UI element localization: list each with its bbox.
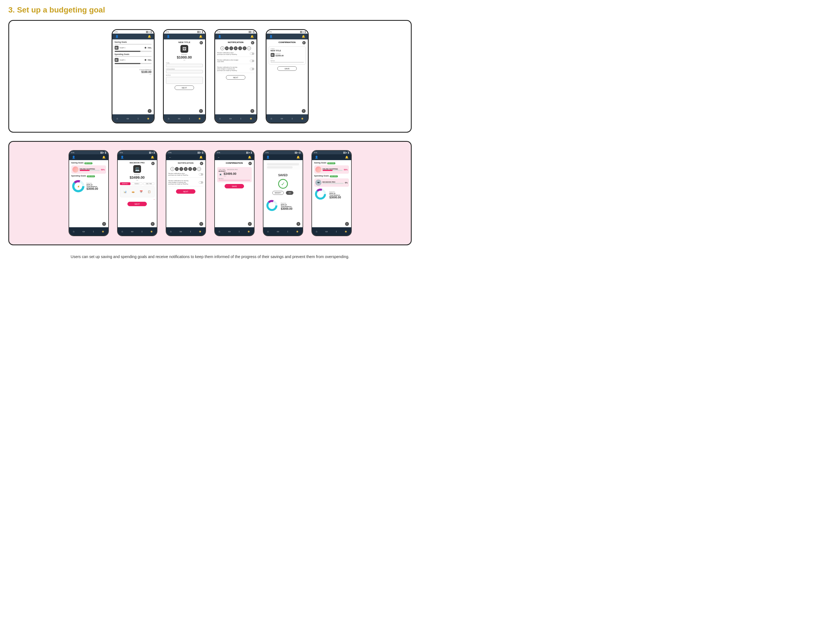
pb-p3-close-btn[interactable]: ✕ — [200, 162, 203, 165]
pb-p6-goal2-avatar: 💻 — [315, 180, 321, 186]
wb-p3-day-T1[interactable]: T — [229, 46, 233, 50]
wb-p2-notes-input[interactable] — [166, 77, 203, 84]
wb-p3-day-M[interactable]: M — [225, 46, 229, 50]
pb-p2-expense-icon[interactable]: ↕ — [141, 230, 143, 233]
wb-p2-next-btn[interactable]: NEXT — [175, 85, 194, 90]
pb-p3-day-F[interactable]: F — [193, 167, 197, 171]
pb-p3-next-btn[interactable]: NEXT — [176, 189, 196, 194]
pb-p3-budget-icon[interactable]: ◉ — [199, 230, 201, 233]
pb-p3-day-T2[interactable]: T — [188, 167, 192, 171]
pb-p4-close-btn[interactable]: ✕ — [248, 162, 252, 165]
pb-p5-ok-btn[interactable]: OK — [286, 191, 294, 195]
pb-p3-content: NOTIFICATION ✕ S M T W T F S Receive not… — [166, 160, 205, 227]
pb-p5-budget-icon[interactable]: ◉ — [296, 230, 298, 233]
wb-p1-content: Saving Goals 🖼 Goal# 1 70% Spending Goal… — [112, 39, 154, 114]
wb-p4-card-icon[interactable]: ▭ — [281, 117, 283, 120]
pb-p2-budget-icon[interactable]: ◉ — [150, 230, 153, 233]
pb-p6-user-icon: 👤 — [315, 156, 318, 159]
pb-p4-home-icon[interactable]: ⌂ — [219, 230, 220, 233]
pb-p3-day-M[interactable]: M — [175, 167, 179, 171]
wb-p3-day-T2[interactable]: T — [238, 46, 242, 50]
pb-p3-toggle2[interactable] — [199, 181, 203, 184]
pb-p2-close-btn[interactable]: ✕ — [151, 162, 155, 165]
wb-p2-card-icon[interactable]: ▭ — [178, 117, 180, 120]
wb-p3-day-F[interactable]: F — [243, 46, 246, 50]
wb-p1-budget-icon[interactable]: ◉ — [147, 117, 149, 120]
wb-p1-card-icon[interactable]: ▭ — [126, 117, 129, 120]
wb-p3-day-S1[interactable]: S — [220, 46, 224, 50]
pb-p3-day-S1[interactable]: S — [171, 167, 174, 171]
pb-p6-help-btn[interactable]: ? — [345, 222, 349, 226]
wb-p4-time: 9:41 — [269, 31, 272, 33]
wb-p2-close-btn[interactable]: ✕ — [200, 41, 203, 44]
pb-p3-card-icon[interactable]: ▭ — [180, 230, 182, 233]
wb-p1-expense-icon[interactable]: ↕ — [137, 117, 139, 120]
pb-p1-card-icon[interactable]: ▭ — [82, 230, 85, 233]
wb-p3-day-S2[interactable]: S — [247, 46, 251, 50]
pb-p2-monthly-btn[interactable]: MONTHLY — [120, 182, 131, 185]
wb-p4-expense-icon[interactable]: ↕ — [292, 117, 293, 120]
wb-p4-close-btn[interactable]: ✕ — [302, 41, 306, 44]
pb-p6-card-icon[interactable]: ▭ — [325, 230, 328, 233]
pb-p2-card-icon[interactable]: ▭ — [131, 230, 134, 233]
pb-p5-modify-btn[interactable]: MODIFY — [272, 191, 284, 195]
wb-p4-budget-icon[interactable]: ◉ — [301, 117, 303, 120]
pb-p6-expense-icon[interactable]: ↕ — [336, 230, 337, 233]
pb-p1-help-btn[interactable]: ? — [102, 222, 106, 226]
pb-p3-back-icon[interactable]: ← — [169, 156, 172, 159]
pb-p4-budget-row: 💻 $3499.00 CAD — [219, 172, 250, 177]
wb-p3-next-btn[interactable]: NEXT — [226, 75, 245, 80]
wb-p3-help-btn[interactable]: ? — [250, 109, 254, 113]
pb-p3-expense-icon[interactable]: ↕ — [190, 230, 191, 233]
pb-p5-help-btn[interactable]: ? — [297, 222, 300, 226]
pb-p6-saving-badge: ADD GOAL — [327, 163, 335, 164]
wb-p3-card-icon[interactable]: ▭ — [229, 117, 232, 120]
pb-p2-next-btn[interactable]: NEXT — [128, 202, 147, 206]
pb-p2-help-btn[interactable]: ? — [151, 222, 155, 226]
pb-p3-help-btn[interactable]: ? — [199, 222, 203, 226]
wb-p3-expense-icon[interactable]: ↕ — [240, 117, 242, 120]
wb-p2-home-icon[interactable]: ⌂ — [168, 117, 169, 120]
wb-p2-help-btn[interactable]: ? — [199, 109, 203, 113]
pb-p3-day-T1[interactable]: T — [179, 167, 183, 171]
wb-p4-budget-icon: 🖼 — [271, 53, 275, 57]
pb-p4-card-icon[interactable]: ▭ — [228, 230, 231, 233]
wb-p1-home-icon[interactable]: ⌂ — [117, 117, 118, 120]
pb-p1-home-icon[interactable]: ⌂ — [73, 230, 74, 233]
wb-p2-type-input[interactable] — [166, 64, 203, 67]
pb-p4-help-btn[interactable]: ? — [248, 222, 252, 226]
pb-p4-expense-icon[interactable]: ↕ — [238, 230, 240, 233]
pb-p2-yearly-btn[interactable]: YEARLY — [131, 182, 142, 185]
pb-p5-expense-icon[interactable]: ↕ — [287, 230, 289, 233]
wb-p2-category-input[interactable] — [166, 70, 203, 73]
pb-p6-budget-icon[interactable]: ◉ — [345, 230, 347, 233]
wb-p3-day-W[interactable]: W — [234, 46, 238, 50]
pb-p5-card-icon[interactable]: ▭ — [277, 230, 279, 233]
wb-p3-toggle3[interactable] — [250, 68, 254, 70]
pb-p3-day-W[interactable]: W — [184, 167, 188, 171]
pb-p3-toggle1[interactable] — [199, 173, 203, 176]
pb-p3-day-S2[interactable]: S — [197, 167, 201, 171]
pb-p4-save-btn[interactable]: SAVE — [224, 184, 244, 188]
wb-p3-modal-header: NOTIFICATION ✕ — [217, 41, 254, 45]
pb-p6-home-icon[interactable]: ⌂ — [316, 230, 317, 233]
pb-p1-budget-icon[interactable]: ◉ — [102, 230, 104, 233]
pb-p2-home-icon[interactable]: ⌂ — [122, 230, 123, 233]
wb-p4-home-icon[interactable]: ⌂ — [271, 117, 272, 120]
pb-p3-home-icon[interactable]: ⌂ — [170, 230, 172, 233]
wb-p3-toggle2[interactable] — [250, 60, 254, 62]
pb-p1-expense-icon[interactable]: ↕ — [93, 230, 94, 233]
wb-p4-save-btn[interactable]: SAVE — [277, 66, 297, 71]
wb-p3-close-btn[interactable]: ✕ — [251, 41, 254, 44]
wb-p3-toggle1[interactable] — [250, 52, 254, 55]
wb-p2-budget-icon[interactable]: ◉ — [199, 117, 201, 120]
pb-p2-onetime-btn[interactable]: ONE TIME — [143, 182, 154, 185]
pb-p4-back-icon[interactable]: ← — [218, 156, 220, 159]
wb-p3-budget-icon[interactable]: ◉ — [250, 117, 252, 120]
wb-p4-help-btn[interactable]: ? — [302, 109, 306, 113]
wb-p3-home-icon[interactable]: ⌂ — [219, 117, 221, 120]
wb-p2-expense-icon[interactable]: ↕ — [189, 117, 190, 120]
pb-p5-home-icon[interactable]: ⌂ — [267, 230, 269, 233]
pb-p4-budget-icon[interactable]: ◉ — [248, 230, 250, 233]
wb-p1-help-btn[interactable]: ? — [148, 109, 152, 113]
